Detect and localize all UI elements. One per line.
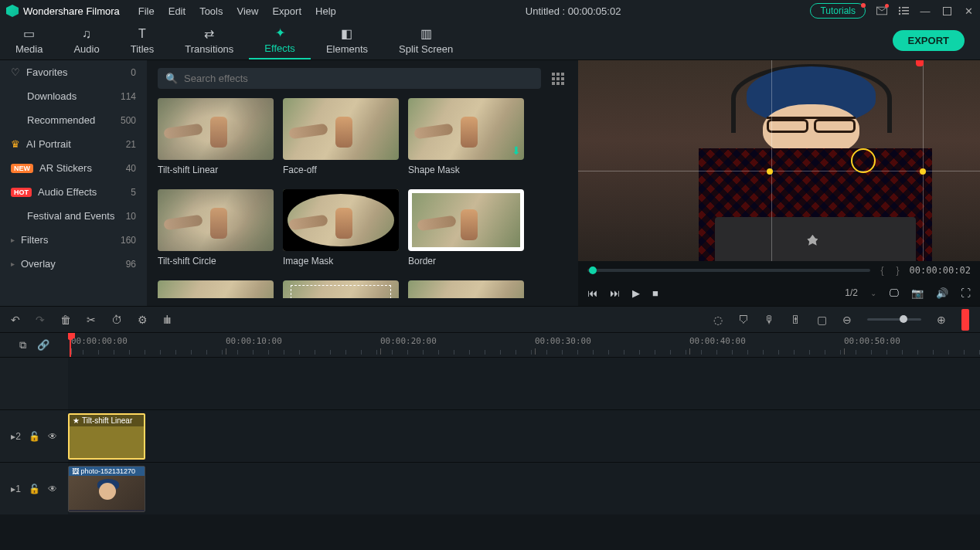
cut-button[interactable]: ✂ xyxy=(87,314,96,326)
scrub-bar[interactable] xyxy=(587,269,870,272)
effect-item[interactable]: Image Mask xyxy=(283,189,399,267)
zoom-slider[interactable] xyxy=(867,318,921,321)
sidebar-filters[interactable]: ▸Filters160 xyxy=(0,228,147,252)
sidebar-favorites[interactable]: ♡Favorites0 xyxy=(0,60,147,84)
eye-icon[interactable]: 👁 xyxy=(48,431,57,442)
effect-thumbnail xyxy=(283,98,399,160)
preview-ratio[interactable]: 1/2 xyxy=(845,287,858,298)
snapshot-icon[interactable]: 📷 xyxy=(911,287,924,299)
link-icon[interactable]: 🔗 xyxy=(37,339,49,351)
star-icon: ★ xyxy=(73,416,80,425)
effect-item[interactable]: Tilt-shift Circle xyxy=(158,189,274,267)
next-frame-button[interactable]: ⏭ xyxy=(610,287,620,299)
tab-effects[interactable]: ✦Effects xyxy=(249,22,311,59)
grid-view-toggle[interactable] xyxy=(549,70,567,88)
menu-view[interactable]: View xyxy=(236,5,258,17)
zoom-handle[interactable] xyxy=(900,315,907,323)
playhead[interactable] xyxy=(70,333,71,357)
tutorials-button[interactable]: Tutorials xyxy=(810,3,866,19)
svg-point-3 xyxy=(899,10,900,12)
menu-file[interactable]: File xyxy=(138,5,155,17)
scrub-handle[interactable] xyxy=(589,267,597,274)
menu-edit[interactable]: Edit xyxy=(168,5,185,17)
fullscreen-icon[interactable]: ⛶ xyxy=(961,287,971,299)
lock-icon[interactable]: 🔓 xyxy=(29,484,40,494)
sidebar-ar-stickers[interactable]: NEWAR Stickers40 xyxy=(0,156,147,180)
timeline-tracks: ▸2🔓👁 ★Tilt-shift Linear ▸1🔓👁 🖼 photo-152… xyxy=(0,357,980,550)
effect-item[interactable]: ⬇Shape Mask xyxy=(408,98,524,175)
sidebar-overlay[interactable]: ▸Overlay96 xyxy=(0,252,147,276)
redo-button[interactable]: ↷ xyxy=(36,314,45,326)
focus-ring[interactable] xyxy=(851,148,876,173)
export-button[interactable]: EXPORT xyxy=(893,30,965,51)
close-button[interactable]: ✕ xyxy=(963,5,974,16)
effect-item[interactable]: Tilt-shift Linear xyxy=(158,98,274,175)
menu-tools[interactable]: Tools xyxy=(199,5,223,17)
svg-rect-10 xyxy=(561,73,564,76)
sidebar-audio-effects[interactable]: HOTAudio Effects5 xyxy=(0,180,147,204)
timeline-options-icon[interactable]: ⧉ xyxy=(19,339,26,351)
preview-viewport[interactable] xyxy=(578,60,980,261)
tab-titles[interactable]: TTitles xyxy=(115,22,170,59)
effect-item[interactable]: Border xyxy=(408,189,524,267)
bracket-open-icon[interactable]: { xyxy=(878,265,886,276)
text-icon: T xyxy=(138,27,146,41)
tab-split-screen[interactable]: ▥Split Screen xyxy=(383,22,468,59)
effect-clip[interactable]: ★Tilt-shift Linear xyxy=(68,413,145,460)
delete-button[interactable]: 🗑 xyxy=(60,314,71,326)
tab-elements[interactable]: ◧Elements xyxy=(311,22,383,59)
speed-button[interactable]: ⏱ xyxy=(111,314,122,326)
effect-item[interactable] xyxy=(408,280,524,298)
tab-audio[interactable]: ♫Audio xyxy=(58,22,114,59)
shield-icon[interactable]: ⛉ xyxy=(738,314,749,326)
list-icon[interactable] xyxy=(898,5,909,16)
menu-export[interactable]: Export xyxy=(272,5,301,17)
effect-label: Image Mask xyxy=(283,256,399,267)
play-button[interactable]: ▶ xyxy=(632,287,640,299)
track-label: ▸2 xyxy=(11,431,21,442)
effect-item[interactable]: Face-off xyxy=(283,98,399,175)
effect-thumbnail xyxy=(158,189,274,251)
undo-button[interactable]: ↶ xyxy=(11,314,20,326)
timeline-ruler[interactable]: 00:00:00:00 00:00:10:00 00:00:20:00 00:0… xyxy=(68,333,980,357)
maximize-button[interactable] xyxy=(941,5,952,16)
ratio-dropdown[interactable]: ⌄ xyxy=(870,289,876,297)
crown-icon: ♛ xyxy=(11,138,20,150)
volume-icon[interactable]: 🔊 xyxy=(936,287,948,299)
tab-media[interactable]: ▭Media xyxy=(0,22,58,59)
download-icon[interactable]: ⬇ xyxy=(512,144,521,157)
effect-item[interactable] xyxy=(158,280,274,298)
display-icon[interactable]: 🖵 xyxy=(889,287,899,299)
svg-rect-16 xyxy=(561,82,564,85)
menu-help[interactable]: Help xyxy=(315,5,336,17)
bracket-close-icon[interactable]: } xyxy=(894,265,902,276)
mixer-icon[interactable]: 🎚 xyxy=(791,314,801,326)
search-box[interactable]: 🔍 xyxy=(158,68,541,89)
mail-icon[interactable] xyxy=(876,5,887,16)
effect-item[interactable] xyxy=(283,280,399,298)
mic-icon[interactable]: 🎙 xyxy=(764,314,775,326)
search-input[interactable] xyxy=(184,73,533,84)
effect-label: Face-off xyxy=(283,165,399,175)
music-icon: ♫ xyxy=(82,27,91,41)
audio-wave-button[interactable]: ıılıı xyxy=(163,314,170,326)
prev-frame-button[interactable]: ⏮ xyxy=(587,287,597,299)
sidebar-downloads[interactable]: Downloads114 xyxy=(0,84,147,108)
marker-button[interactable]: ▢ xyxy=(817,314,827,326)
elements-icon: ◧ xyxy=(341,26,352,41)
sidebar-recommended[interactable]: Recommended500 xyxy=(0,108,147,132)
tab-transitions[interactable]: ⇄Transitions xyxy=(169,22,249,59)
render-icon[interactable]: ◌ xyxy=(713,314,723,326)
sidebar-ai-portrait[interactable]: ♛AI Portrait21 xyxy=(0,132,147,156)
video-clip[interactable]: 🖼 photo-152131270 xyxy=(68,466,145,512)
stop-button[interactable]: ■ xyxy=(652,287,658,299)
sidebar-festival[interactable]: Festival and Events10 xyxy=(0,204,147,228)
adjust-button[interactable]: ⚙ xyxy=(138,314,148,326)
new-badge: NEW xyxy=(11,164,33,173)
minimize-button[interactable]: — xyxy=(920,5,931,16)
track-empty[interactable] xyxy=(68,358,980,409)
eye-icon[interactable]: 👁 xyxy=(48,484,57,494)
zoom-out-button[interactable]: ⊖ xyxy=(842,314,852,326)
lock-icon[interactable]: 🔓 xyxy=(29,431,40,442)
zoom-in-button[interactable]: ⊕ xyxy=(937,314,946,326)
